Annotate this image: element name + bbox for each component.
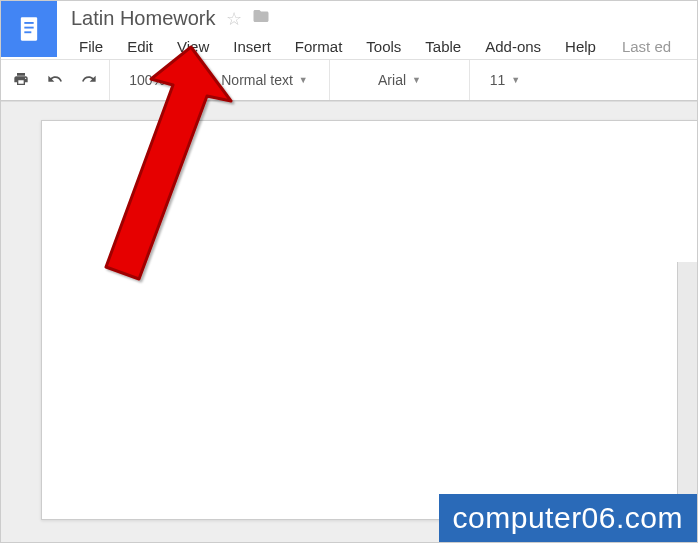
caret-icon: ▼ <box>299 75 308 85</box>
menu-table[interactable]: Table <box>413 34 473 59</box>
canvas <box>1 101 697 543</box>
last-edit-text: Last ed <box>608 34 671 59</box>
header: Latin Homework ☆ File Edit View Insert F… <box>1 1 697 59</box>
menu-addons[interactable]: Add-ons <box>473 34 553 59</box>
toolbar-group-zoom: 100% ▼ <box>110 60 200 100</box>
toolbar-group-style: Normal text ▼ <box>200 60 330 100</box>
menu-help[interactable]: Help <box>553 34 608 59</box>
svg-rect-0 <box>21 17 37 40</box>
menu-format[interactable]: Format <box>283 34 355 59</box>
size-dropdown[interactable]: 11 ▼ <box>490 72 521 88</box>
menu-insert[interactable]: Insert <box>221 34 283 59</box>
toolbar-group-size: 11 ▼ <box>470 60 540 100</box>
watermark-text: computer06.com <box>453 501 683 535</box>
menu-edit[interactable]: Edit <box>115 34 165 59</box>
toolbar-group-actions <box>1 60 110 100</box>
svg-rect-3 <box>24 31 31 33</box>
redo-icon[interactable] <box>77 67 101 94</box>
style-dropdown[interactable]: Normal text ▼ <box>221 72 308 88</box>
toolbar: 100% ▼ Normal text ▼ Arial ▼ 11 ▼ <box>1 59 697 101</box>
menu-view[interactable]: View <box>165 34 221 59</box>
style-value: Normal text <box>221 72 293 88</box>
svg-rect-1 <box>24 22 33 24</box>
document-title[interactable]: Latin Homework <box>71 7 216 30</box>
caret-icon: ▼ <box>171 75 180 85</box>
watermark: computer06.com <box>439 494 697 542</box>
caret-icon: ▼ <box>511 75 520 85</box>
title-row: Latin Homework ☆ <box>65 5 697 34</box>
header-right: Latin Homework ☆ File Edit View Insert F… <box>65 1 697 59</box>
docs-icon <box>15 15 43 43</box>
font-dropdown[interactable]: Arial ▼ <box>378 72 421 88</box>
zoom-value: 100% <box>129 72 165 88</box>
zoom-dropdown[interactable]: 100% ▼ <box>129 72 180 88</box>
menubar: File Edit View Insert Format Tools Table… <box>65 34 697 59</box>
docs-logo[interactable] <box>1 1 57 57</box>
print-icon[interactable] <box>9 67 33 94</box>
star-icon[interactable]: ☆ <box>226 8 242 30</box>
document-page[interactable] <box>41 120 697 520</box>
toolbar-group-font: Arial ▼ <box>330 60 470 100</box>
menu-file[interactable]: File <box>67 34 115 59</box>
folder-icon[interactable] <box>252 7 270 30</box>
caret-icon: ▼ <box>412 75 421 85</box>
svg-rect-2 <box>24 27 33 29</box>
menu-tools[interactable]: Tools <box>354 34 413 59</box>
right-margin-strip <box>677 262 697 522</box>
size-value: 11 <box>490 72 506 88</box>
font-value: Arial <box>378 72 406 88</box>
undo-icon[interactable] <box>43 67 67 94</box>
